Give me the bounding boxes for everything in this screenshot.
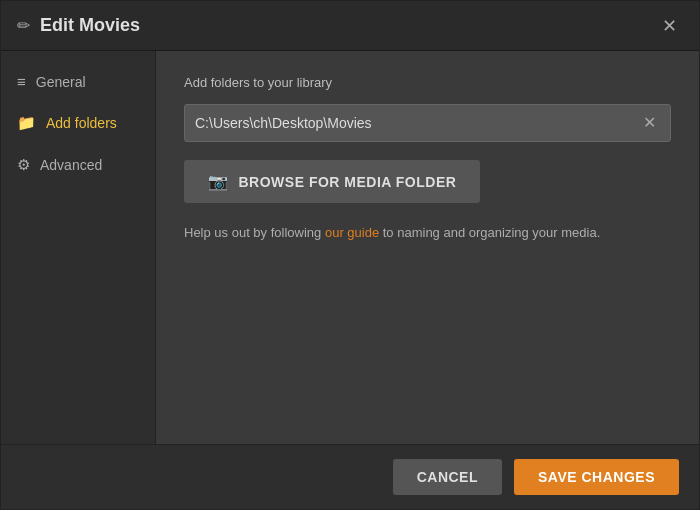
title-bar: ✏ Edit Movies ✕ [1,1,699,51]
content-area: ≡ General 📁 Add folders ⚙ Advanced Add f… [1,51,699,444]
folder-path-input[interactable] [195,105,639,141]
folder-icon: 📁 [17,114,36,132]
camera-icon: 📷 [208,172,229,191]
edit-icon: ✏ [17,16,30,35]
browse-media-folder-button[interactable]: 📷 BROWSE FOR MEDIA FOLDER [184,160,480,203]
guide-link[interactable]: our guide [325,225,379,240]
sidebar-item-label-general: General [36,74,86,90]
cancel-button[interactable]: CANCEL [393,459,502,495]
section-label: Add folders to your library [184,75,671,90]
browse-button-label: BROWSE FOR MEDIA FOLDER [239,174,457,190]
main-panel: Add folders to your library ✕ 📷 BROWSE F… [156,51,699,444]
sidebar-item-add-folders[interactable]: 📁 Add folders [1,102,155,144]
sidebar-item-label-advanced: Advanced [40,157,102,173]
folder-clear-button[interactable]: ✕ [639,115,660,131]
sidebar: ≡ General 📁 Add folders ⚙ Advanced [1,51,156,444]
close-button[interactable]: ✕ [656,15,683,37]
general-icon: ≡ [17,73,26,90]
edit-movies-dialog: ✏ Edit Movies ✕ ≡ General 📁 Add folders … [0,0,700,510]
dialog-title: Edit Movies [40,15,140,36]
sidebar-item-label-add-folders: Add folders [46,115,117,131]
folder-input-row: ✕ [184,104,671,142]
guide-text-before: Help us out by following [184,225,325,240]
save-changes-button[interactable]: SAVE CHANGES [514,459,679,495]
sidebar-item-advanced[interactable]: ⚙ Advanced [1,144,155,186]
gear-icon: ⚙ [17,156,30,174]
sidebar-item-general[interactable]: ≡ General [1,61,155,102]
guide-text-after: to naming and organizing your media. [379,225,600,240]
title-bar-left: ✏ Edit Movies [17,15,140,36]
footer: CANCEL SAVE CHANGES [1,444,699,509]
guide-text: Help us out by following our guide to na… [184,223,671,243]
